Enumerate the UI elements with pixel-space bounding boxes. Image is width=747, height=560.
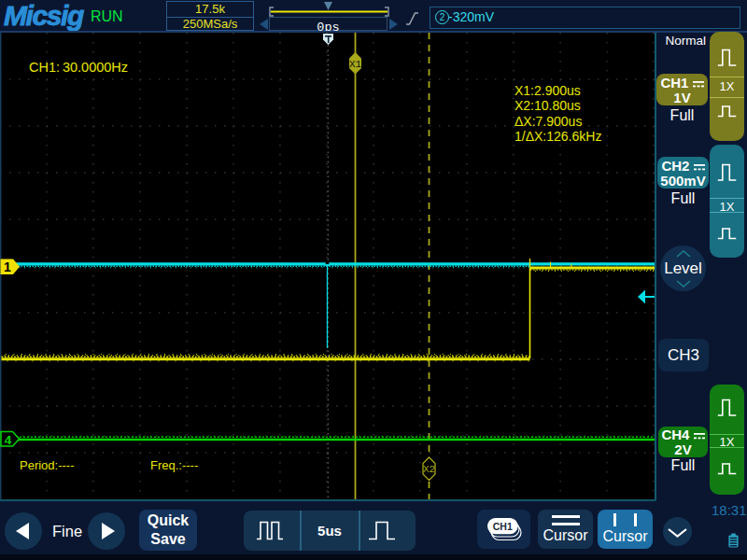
svg-text:1: 1 [4,259,11,274]
svg-text:Freq.:----: Freq.:---- [150,458,198,472]
svg-text:X1: X1 [349,59,362,70]
svg-text:4: 4 [5,433,12,447]
svg-text:Period:----: Period:---- [20,458,75,472]
svg-text:CH1: 30.0000Hz: CH1: 30.0000Hz [29,60,128,75]
svg-text:ΔX:7.900us: ΔX:7.900us [514,114,582,129]
svg-text:CH1: CH1 [493,521,513,532]
svg-text:X2:10.80us: X2:10.80us [514,98,581,113]
svg-text:1/ΔX:126.6kHz: 1/ΔX:126.6kHz [514,129,601,144]
svg-text:X1:2.900us: X1:2.900us [514,83,581,98]
svg-text:X2: X2 [423,464,435,475]
